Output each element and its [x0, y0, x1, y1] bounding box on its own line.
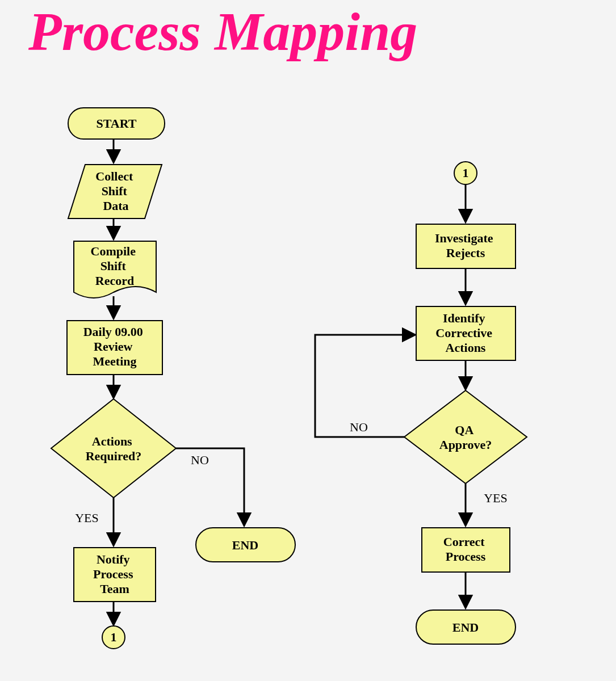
connector-out-1-label: 1 — [111, 630, 117, 644]
label-yes-left: YES — [75, 511, 99, 525]
node-actions-label: Actions Required? — [86, 434, 142, 463]
node-end-right-label: END — [452, 620, 479, 634]
arrow — [176, 448, 244, 525]
node-actions-required — [51, 399, 176, 498]
node-start-label: START — [97, 116, 137, 131]
flowchart-diagram: START Collect Shift Data Compile Shift R… — [0, 0, 616, 681]
label-no-left: NO — [191, 453, 209, 467]
node-correct-label: Correct Process — [443, 535, 488, 564]
label-no-right: NO — [350, 420, 368, 434]
node-end-left-label: END — [232, 538, 258, 552]
label-yes-right: YES — [484, 491, 508, 505]
connector-in-1-label: 1 — [463, 166, 469, 180]
node-qa-approve — [404, 390, 527, 484]
